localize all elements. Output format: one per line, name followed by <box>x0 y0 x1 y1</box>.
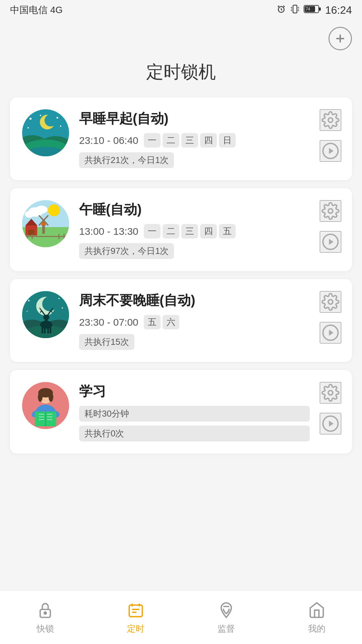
day-tag: 三 <box>181 133 198 148</box>
card-time-row-sleep: 23:10 - 06:40 一 二 三 四 日 <box>79 133 310 148</box>
svg-rect-104 <box>129 605 142 617</box>
nav-label-quicklock: 快锁 <box>37 623 54 635</box>
day-tag: 三 <box>181 224 198 238</box>
card-time-sleep: 23:10 - 06:40 <box>79 135 138 146</box>
nav-label-timer: 定时 <box>127 623 144 635</box>
card-title-sleep: 早睡早起(自动) <box>79 109 310 128</box>
card-content-nap: 午睡(自动) 13:00 - 13:30 一 二 三 四 五 共执行97次，今日… <box>79 200 310 259</box>
mine-icon <box>307 600 327 620</box>
svg-line-2 <box>283 6 285 7</box>
stat-tag-count: 共执行0次 <box>79 426 310 441</box>
card-actions-study <box>320 382 341 434</box>
timer-icon <box>126 600 146 620</box>
stat-tag: 共执行21次，今日1次 <box>79 152 174 168</box>
play-button-sleep[interactable] <box>320 140 341 162</box>
card-study: 学习 耗时30分钟 共执行0次 <box>10 370 352 453</box>
card-time-nap: 13:00 - 13:30 <box>79 226 138 237</box>
play-button-study[interactable] <box>320 413 341 434</box>
nav-item-timer[interactable]: 定时 <box>90 600 181 635</box>
svg-point-78 <box>62 307 63 309</box>
card-nap: 午睡(自动) 13:00 - 13:30 一 二 三 四 五 共执行97次，今日… <box>10 188 352 271</box>
svg-line-1 <box>278 6 279 7</box>
svg-line-4 <box>291 7 292 8</box>
card-stats-study: 耗时30分钟 共执行0次 <box>79 406 310 441</box>
svg-point-34 <box>48 204 60 216</box>
svg-marker-55 <box>329 239 334 245</box>
card-time-weekend: 23:30 - 07:00 <box>79 317 138 328</box>
play-button-weekend[interactable] <box>320 322 341 343</box>
svg-rect-11 <box>319 7 321 11</box>
svg-point-25 <box>57 117 58 119</box>
battery-text: 74 <box>304 4 321 16</box>
stat-tag: 共执行97次，今日1次 <box>79 243 174 259</box>
card-time-row-weekend: 23:30 - 07:00 五 六 <box>79 315 310 329</box>
day-tag: 五 <box>144 315 161 329</box>
day-tag: 一 <box>144 224 161 238</box>
header <box>0 20 362 54</box>
svg-rect-3 <box>293 5 297 13</box>
settings-button-study[interactable] <box>320 382 341 404</box>
card-title-nap: 午睡(自动) <box>79 200 310 219</box>
nav-item-mine[interactable]: 我的 <box>272 600 362 635</box>
svg-point-37 <box>25 211 34 218</box>
svg-point-99 <box>328 390 333 395</box>
svg-point-53 <box>328 209 333 213</box>
play-button-nap[interactable] <box>320 231 341 253</box>
time-text: 16:24 <box>325 4 352 16</box>
svg-line-7 <box>298 7 299 8</box>
card-actions-weekend <box>320 291 341 343</box>
card-content-study: 学习 耗时30分钟 共执行0次 <box>79 382 310 441</box>
svg-rect-47 <box>28 230 34 235</box>
card-title-weekend: 周末不要晚睡(自动) <box>79 291 310 310</box>
vibrate-icon <box>290 4 300 16</box>
nav-item-quicklock[interactable]: 快锁 <box>0 600 90 635</box>
settings-button-weekend[interactable] <box>320 291 341 313</box>
svg-point-27 <box>27 127 29 128</box>
day-tag: 四 <box>200 224 217 238</box>
svg-line-6 <box>291 10 292 11</box>
avatar-deer <box>22 291 69 338</box>
carrier-text: 中国电信 4G <box>10 4 63 16</box>
svg-text:74: 74 <box>306 7 310 11</box>
svg-point-24 <box>40 115 41 116</box>
nav-label-mine: 我的 <box>308 623 325 635</box>
svg-point-80 <box>328 300 333 304</box>
bottom-nav: 快锁 定时 监督 <box>0 590 362 644</box>
day-tag: 日 <box>219 133 236 148</box>
svg-point-26 <box>60 125 61 127</box>
card-actions-nap <box>320 200 341 253</box>
add-button[interactable] <box>328 27 352 50</box>
avatar-night <box>22 109 69 156</box>
card-stats-weekend: 共执行15次 <box>79 334 310 350</box>
card-content-sleep: 早睡早起(自动) 23:10 - 06:40 一 二 三 四 日 共执行21次，… <box>79 109 310 168</box>
day-tags-sleep: 一 二 三 四 日 <box>144 133 236 148</box>
day-tag: 四 <box>200 133 217 148</box>
svg-marker-101 <box>329 421 334 427</box>
card-time-row-nap: 13:00 - 13:30 一 二 三 四 五 <box>79 224 310 238</box>
svg-rect-69 <box>50 327 51 333</box>
settings-button-sleep[interactable] <box>320 109 341 131</box>
svg-point-79 <box>27 311 28 312</box>
card-weekend: 周末不要晚睡(自动) 23:30 - 07:00 五 六 共执行15次 <box>10 279 352 362</box>
svg-point-65 <box>43 315 49 320</box>
day-tag: 一 <box>144 133 161 148</box>
avatar-study <box>22 382 69 429</box>
page-title: 定时锁机 <box>0 54 362 97</box>
card-actions-sleep <box>320 109 341 162</box>
monitor-icon <box>216 600 236 620</box>
svg-marker-82 <box>329 330 334 336</box>
stat-tag-duration: 耗时30分钟 <box>79 406 310 422</box>
stat-tag: 共执行15次 <box>79 334 134 350</box>
settings-button-nap[interactable] <box>320 200 341 222</box>
svg-marker-30 <box>329 148 334 154</box>
svg-point-59 <box>42 297 57 311</box>
svg-rect-67 <box>44 327 46 333</box>
svg-rect-66 <box>42 327 43 333</box>
svg-point-76 <box>28 300 30 302</box>
card-title-study: 学习 <box>79 382 310 400</box>
card-content-weekend: 周末不要晚睡(自动) 23:30 - 07:00 五 六 共执行15次 <box>79 291 310 350</box>
day-tag: 二 <box>163 224 179 238</box>
day-tags-nap: 一 二 三 四 五 <box>144 224 236 238</box>
nav-item-monitor[interactable]: 监督 <box>181 600 272 635</box>
svg-line-9 <box>298 10 299 11</box>
